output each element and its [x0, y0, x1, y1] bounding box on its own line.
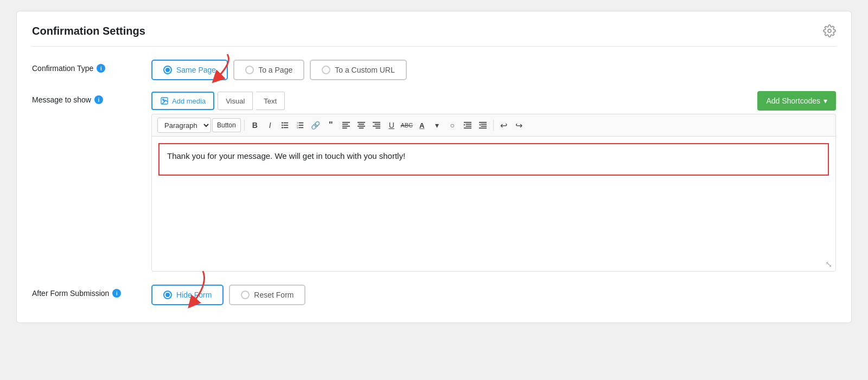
svg-rect-25	[373, 122, 380, 123]
add-media-icon	[160, 96, 169, 105]
svg-rect-32	[464, 127, 471, 128]
svg-rect-12	[298, 125, 303, 126]
indent-button[interactable]	[461, 118, 475, 132]
align-right-icon	[373, 121, 380, 129]
align-center-button[interactable]	[354, 118, 368, 132]
editor-content-box[interactable]: Thank you for your message. We will get …	[158, 143, 829, 176]
strikethrough-button[interactable]: ABC	[400, 118, 414, 132]
option-to-a-page[interactable]: To a Page	[233, 60, 304, 80]
message-to-show-row: Message to show i Add media Visual Text	[32, 91, 836, 272]
ordered-list-button[interactable]: 123	[293, 118, 308, 132]
svg-marker-33	[464, 124, 465, 126]
confirmation-settings-panel: Confirmation Settings Confirmation Type …	[16, 11, 852, 323]
radio-reset-form-circle	[241, 291, 250, 299]
panel-header: Confirmation Settings	[32, 24, 836, 37]
svg-point-9	[282, 125, 283, 126]
gear-icon[interactable]	[823, 24, 836, 37]
tab-text-button[interactable]: Text	[256, 92, 285, 110]
option-same-page[interactable]: Same Page	[151, 60, 228, 80]
svg-text:3: 3	[297, 126, 298, 129]
svg-point-8	[282, 122, 283, 124]
svg-rect-19	[342, 126, 350, 127]
align-center-icon	[358, 121, 365, 129]
svg-rect-35	[481, 124, 487, 125]
confirmation-type-options: Same Page To a Page To a Custom URL	[151, 60, 836, 80]
svg-point-2	[163, 99, 164, 100]
bold-button[interactable]: B	[248, 118, 262, 132]
text-color-dropdown-button[interactable]: ▾	[430, 118, 444, 132]
svg-rect-18	[342, 124, 348, 125]
radio-to-a-page-circle	[245, 66, 254, 74]
message-info-icon[interactable]: i	[94, 95, 103, 104]
paragraph-select[interactable]: Paragraph	[157, 118, 211, 133]
svg-rect-11	[298, 123, 303, 124]
underline-button[interactable]: U	[385, 118, 399, 132]
confirmation-type-row: Confirmation Type i Same P	[32, 60, 836, 80]
toolbar-divider-2	[493, 120, 494, 131]
confirmation-type-label: Confirmation Type i	[32, 60, 151, 73]
svg-rect-28	[375, 127, 380, 128]
add-media-button[interactable]: Add media	[151, 92, 214, 110]
radio-to-a-custom-url-circle	[322, 66, 330, 74]
option-hide-form[interactable]: Hide Form	[151, 285, 224, 305]
svg-rect-22	[358, 124, 364, 125]
after-form-submission-row: After Form Submission i Hide Form Reset …	[32, 285, 836, 305]
svg-rect-13	[298, 127, 303, 128]
redo-button[interactable]: ↪	[512, 118, 526, 132]
undo-button[interactable]: ↩	[497, 118, 511, 132]
svg-rect-17	[342, 122, 350, 123]
svg-rect-34	[479, 122, 487, 123]
radio-same-page-circle	[163, 66, 172, 74]
svg-rect-30	[465, 124, 471, 125]
panel-title: Confirmation Settings	[32, 25, 145, 37]
after-form-submission-options: Hide Form Reset Form	[151, 285, 836, 305]
after-form-submission-label: After Form Submission i	[32, 285, 151, 298]
radio-same-page-dot	[165, 68, 170, 72]
option-reset-form[interactable]: Reset Form	[229, 285, 305, 305]
toolbar-divider-1	[244, 120, 245, 131]
svg-rect-27	[373, 126, 380, 127]
svg-rect-26	[374, 124, 380, 125]
svg-rect-36	[481, 126, 487, 127]
unordered-list-button[interactable]	[278, 118, 292, 132]
radio-hide-form-dot	[165, 293, 170, 297]
align-left-button[interactable]	[339, 118, 353, 132]
link-button[interactable]: 🔗	[309, 118, 323, 132]
outdent-button[interactable]	[476, 118, 490, 132]
svg-rect-21	[358, 122, 365, 123]
resize-handle[interactable]: ⤡	[152, 258, 835, 271]
editor-empty-space	[152, 182, 835, 258]
ol-icon: 123	[297, 121, 304, 129]
add-shortcodes-button[interactable]: Add Shortcodes ▾	[757, 91, 836, 111]
svg-rect-7	[283, 127, 288, 128]
italic-button[interactable]: I	[263, 118, 277, 132]
align-right-button[interactable]	[369, 118, 384, 132]
blockquote-button[interactable]: "	[324, 118, 338, 132]
indent-icon	[464, 121, 471, 129]
svg-rect-20	[342, 127, 347, 128]
svg-rect-23	[358, 126, 365, 127]
svg-marker-38	[479, 124, 481, 126]
chevron-down-icon: ▾	[824, 96, 827, 105]
radio-hide-form-circle	[163, 291, 172, 299]
after-form-info-icon[interactable]: i	[112, 289, 121, 298]
message-editor-container: Add media Visual Text Add Shortcodes ▾ P…	[151, 91, 836, 272]
ul-icon	[282, 121, 289, 129]
svg-rect-31	[465, 126, 471, 127]
editor-content-text[interactable]: Thank you for your message. We will get …	[167, 150, 820, 163]
svg-rect-29	[464, 122, 471, 123]
editor-area: Thank you for your message. We will get …	[151, 136, 836, 272]
confirmation-type-info-icon[interactable]: i	[97, 64, 105, 73]
option-to-a-custom-url[interactable]: To a Custom URL	[310, 60, 406, 80]
header-divider	[32, 46, 836, 47]
editor-toolbar: Paragraph Button B I 123 🔗 "	[151, 114, 836, 136]
message-to-show-label: Message to show i	[32, 91, 151, 104]
tab-visual-button[interactable]: Visual	[218, 92, 253, 110]
text-color-button[interactable]: A	[415, 118, 429, 132]
align-left-icon	[342, 121, 350, 129]
button-style-btn[interactable]: Button	[212, 118, 241, 132]
message-controls: Add media Visual Text Add Shortcodes ▾	[151, 91, 836, 111]
svg-point-0	[828, 29, 831, 33]
clear-format-button[interactable]: ○	[445, 118, 459, 132]
outdent-icon	[479, 121, 487, 129]
